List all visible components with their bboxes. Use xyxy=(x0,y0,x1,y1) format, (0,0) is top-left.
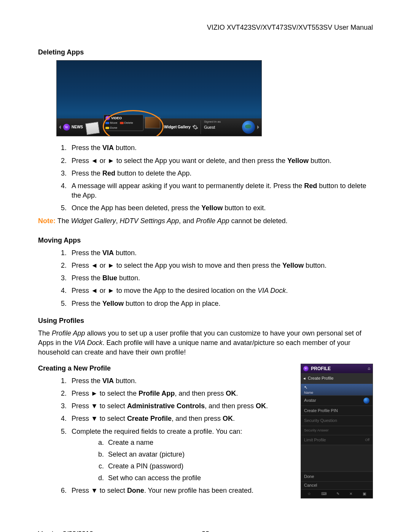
page-header: VIZIO XVT423SV/XVT473SV/XVT553SV User Ma… xyxy=(38,23,373,32)
signed-label: Signed in as xyxy=(204,120,221,124)
page-number: 33 xyxy=(202,529,209,532)
yahoo-icon: Y! xyxy=(303,366,309,371)
creating-profile-steps: Press the VIA button.Press ► to select t… xyxy=(38,376,293,496)
sub-steps: Create a nameSelect an avatar (picture)C… xyxy=(72,438,293,483)
heading-deleting-apps: Deleting Apps xyxy=(38,48,373,57)
moving-apps-steps: Press the VIA button.Press ◄ or ► to sel… xyxy=(38,248,373,308)
gear-icon xyxy=(192,124,198,130)
profile-row-cancel: Cancel xyxy=(301,481,373,489)
step-item: Press the VIA button. xyxy=(68,376,293,386)
profile-row-name: ↖ Name xyxy=(301,383,373,395)
dock-scroll-right-icon xyxy=(257,125,259,129)
earth-icon xyxy=(242,121,255,134)
heading-moving-apps: Moving Apps xyxy=(38,236,373,245)
substep-item: Create a PIN (password) xyxy=(106,462,293,471)
profile-spacer xyxy=(301,445,373,471)
step-item: A message will appear asking if you want… xyxy=(68,181,373,200)
step-item: Press ▼ to select Done. Your new profile… xyxy=(68,486,293,495)
heading-creating-profile: Creating a New Profile xyxy=(38,364,293,373)
profile-row-done: Done xyxy=(301,471,373,481)
video-label: VIDEO xyxy=(111,116,122,121)
yahoo-icon-small: Y! xyxy=(105,116,110,120)
dock-item-video: Y! VIDEO Move Delete Done xyxy=(104,115,143,131)
step-item: Press ◄ or ► to select the App you want … xyxy=(68,156,373,166)
step-item: Press the VIA button. xyxy=(68,248,373,258)
step-item: Press ► to select the Profile App, and t… xyxy=(68,389,293,398)
profiles-intro: The Profile App allows you to set up a u… xyxy=(38,329,373,358)
profile-row-create: ◂ Create Profile xyxy=(301,373,373,383)
step-item: Press ◄ or ► to move the App to the desi… xyxy=(68,286,373,296)
substep-item: Set who can access the profile xyxy=(106,473,293,483)
substep-item: Select an avatar (picture) xyxy=(106,450,293,459)
step-item: Press the Red button to delete the App. xyxy=(68,169,373,178)
profile-row-question: Security Question xyxy=(301,415,373,425)
star-icon: ☆ xyxy=(307,491,311,497)
step-item: Press ▼ to select Administrative Control… xyxy=(68,401,293,411)
note-label: Note: xyxy=(38,217,56,225)
video-thumb xyxy=(145,117,160,128)
via-dock-bar: Y! NEWS Y! VIDEO Move Delete Done Widget… xyxy=(57,118,261,136)
home-icon: ⌂ xyxy=(368,366,370,371)
step-item: Once the App has been deleted, press the… xyxy=(68,203,373,213)
delete-label: Delete xyxy=(124,121,133,125)
profile-row-limit: Limit Profile Off xyxy=(301,435,373,445)
newspaper-thumb xyxy=(85,122,100,135)
profile-row-avatar: Avatar xyxy=(301,395,373,406)
move-label: Move xyxy=(110,121,118,125)
step-item: Press ◄ or ► to select the App you wish … xyxy=(68,261,373,270)
deleting-apps-steps: Press the VIA button.Press ◄ or ► to sel… xyxy=(38,143,373,213)
gallery-label: Widget Gallery xyxy=(164,125,191,130)
step-item: Complete the required fields to create a… xyxy=(68,427,293,483)
profile-row-answer: Security Answer xyxy=(301,426,373,435)
dock-item-news: Y! NEWS xyxy=(61,120,85,134)
screenshot-profile-app: Y! PROFILE ⌂ ◂ Create Profile ↖ Name Ava… xyxy=(301,364,373,498)
dock-item-gallery: Widget Gallery xyxy=(162,120,201,134)
heading-using-profiles: Using Profiles xyxy=(38,316,373,326)
keyboard-icon: ⌨ xyxy=(321,491,327,497)
profile-header: Y! PROFILE ⌂ xyxy=(301,364,373,374)
trash-icon: ▣ xyxy=(363,491,366,497)
step-item: Press the Yellow button to drop the App … xyxy=(68,299,373,308)
step-item: Press ▼ to select Create Profile, and th… xyxy=(68,414,293,423)
guest-label: Guest xyxy=(204,125,215,129)
dock-signed-in: Signed in as Guest xyxy=(201,120,223,134)
screenshot-via-dock: Y! NEWS Y! VIDEO Move Delete Done Widget… xyxy=(56,60,262,136)
yahoo-icon: Y! xyxy=(63,124,70,131)
page-footer: Version 9/30/2010 33 xyxy=(38,529,373,532)
profile-footer-icons: ☆ ⌨ ✎ ✕ ▣ xyxy=(301,489,373,498)
deleting-apps-note: Note: The Widget Gallery, HDTV Settings … xyxy=(38,216,373,226)
step-item: Press the VIA button. xyxy=(68,143,373,153)
profile-title: PROFILE xyxy=(311,366,331,372)
done-label: Done xyxy=(110,126,117,129)
profile-row-pin: Create Profile PIN xyxy=(301,406,373,415)
speech-icon: ✎ xyxy=(336,491,339,497)
close-icon: ✕ xyxy=(349,491,352,497)
avatar-earth-icon xyxy=(363,398,370,404)
step-item: Press the Blue button. xyxy=(68,273,373,283)
substep-item: Create a name xyxy=(106,438,293,447)
news-label: NEWS xyxy=(72,125,83,130)
footer-version: Version 9/30/2010 xyxy=(38,530,93,532)
